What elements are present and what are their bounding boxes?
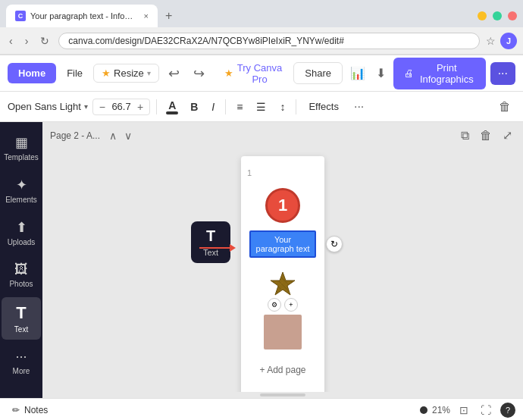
address-input[interactable] (58, 33, 480, 49)
text-element[interactable]: Your paragraph text (249, 230, 316, 258)
horizontal-scrollbar[interactable] (42, 392, 523, 398)
sidebar-item-text[interactable]: T Text (2, 297, 41, 340)
redo-button[interactable]: ↪ (189, 64, 209, 83)
resize-label: Resize (114, 67, 144, 79)
more-options-button[interactable]: ··· (490, 62, 515, 85)
left-sidebar: ▦ Templates ✦ Elements ⬆ Uploads 🖼 Photo… (0, 122, 42, 398)
page-expand-button[interactable]: ⤢ (500, 127, 515, 144)
address-bar: ‹ › ↻ ☆ J (0, 27, 523, 55)
element-settings-button[interactable]: ⚙ (268, 298, 281, 312)
tab-favicon: C (15, 11, 26, 21)
page-up-button[interactable]: ∧ (106, 128, 120, 143)
color-rectangle-element[interactable] (264, 315, 302, 349)
print-label: Print Infographics (418, 62, 475, 85)
zoom-dot (420, 406, 427, 414)
star-icon (268, 270, 298, 300)
font-family-selector[interactable]: Open Sans Light ▾ (8, 101, 88, 112)
page-nav: Page 2 - A... ∧ ∨ ⧉ 🗑 ⤢ (42, 122, 523, 149)
sidebar-label-elements: Elements (5, 196, 37, 204)
decrease-font-size-button[interactable]: − (98, 101, 107, 113)
download-button[interactable]: ⬇ (373, 63, 389, 83)
star-element[interactable]: ⚙ + (268, 270, 298, 302)
page-copy-button[interactable]: ⧉ (458, 127, 472, 144)
elements-icon: ✦ (16, 177, 27, 193)
text-tool-tooltip: T Text (191, 221, 230, 263)
print-icon: 🖨 (404, 67, 414, 79)
sidebar-label-templates: Templates (4, 153, 39, 161)
page-nav-label: Page 2 - A... (50, 130, 100, 141)
list-button[interactable]: ☰ (252, 98, 271, 116)
page-down-button[interactable]: ∨ (121, 128, 135, 143)
format-divider-2 (225, 99, 226, 114)
page-nav-arrows: ∧ ∨ (106, 128, 135, 143)
share-button[interactable]: Share (293, 62, 343, 84)
page-nav-actions: ⧉ 🗑 ⤢ (458, 127, 515, 144)
tab-close-btn[interactable]: × (144, 11, 149, 20)
bookmark-button[interactable]: ☆ (486, 35, 496, 47)
print-button[interactable]: 🖨 Print Infographics (393, 58, 486, 89)
photos-icon: 🖼 (14, 262, 28, 277)
fit-to-screen-button[interactable]: ⊡ (456, 403, 471, 418)
delete-element-button[interactable]: 🗑 (494, 97, 515, 117)
circle-badge-element[interactable]: 1 (264, 186, 302, 224)
user-avatar[interactable]: J (500, 33, 517, 49)
italic-button[interactable]: I (207, 98, 219, 116)
color-indicator (166, 111, 178, 114)
browser-chrome: C Your paragraph text - Infograph... × +… (0, 0, 523, 55)
sidebar-label-text: Text (14, 325, 28, 334)
notes-button[interactable]: ✏ Notes (8, 403, 52, 417)
resize-dropdown-icon: ▾ (147, 69, 151, 77)
rotate-handle[interactable]: ↻ (326, 236, 343, 252)
color-letter: A (168, 99, 176, 111)
sidebar-item-uploads[interactable]: ⬆ Uploads (2, 213, 41, 252)
refresh-button[interactable]: ↻ (37, 33, 52, 49)
sidebar-label-uploads: Uploads (8, 238, 36, 246)
sidebar-item-templates[interactable]: ▦ Templates (2, 128, 41, 168)
help-button[interactable]: ? (500, 403, 515, 418)
canvas-area: Page 2 - A... ∧ ∨ ⧉ 🗑 ⤢ T Text (42, 122, 523, 398)
home-button[interactable]: Home (8, 63, 56, 83)
element-add-button[interactable]: + (284, 298, 298, 312)
spacing-button[interactable]: ↕ (275, 98, 290, 116)
effects-button[interactable]: Effects (302, 98, 345, 115)
sidebar-item-elements[interactable]: ✦ Elements (2, 171, 41, 210)
stats-button[interactable]: 📊 (347, 63, 368, 83)
minimize-button[interactable] (478, 11, 487, 20)
increase-font-size-button[interactable]: + (136, 101, 145, 113)
notes-icon: ✏ (12, 405, 20, 415)
new-tab-button[interactable]: + (161, 9, 177, 23)
canvas-scroll[interactable]: T Text 1 1 Your paragraph text (42, 149, 523, 392)
page-number: 1 (247, 168, 252, 177)
add-page-button[interactable]: + Add page (253, 359, 312, 381)
fullscreen-button[interactable]: ⛶ (478, 403, 494, 418)
page-delete-button[interactable]: 🗑 (477, 127, 495, 144)
more-icon: ··· (15, 349, 27, 365)
undo-button[interactable]: ↩ (164, 64, 184, 83)
back-button[interactable]: ‹ (6, 33, 16, 49)
close-button[interactable] (508, 11, 517, 20)
arrow-line (199, 247, 230, 249)
page-canvas[interactable]: 1 1 Your paragraph text ↻ (241, 156, 324, 392)
align-button[interactable]: ≡ (232, 98, 247, 116)
sidebar-item-more[interactable]: ··· More (2, 343, 41, 381)
more-format-options-button[interactable]: ··· (349, 97, 368, 117)
text-icon: T (16, 303, 26, 323)
uploads-icon: ⬆ (16, 219, 27, 236)
sidebar-label-photos: Photos (9, 280, 33, 288)
text-color-button[interactable]: A (163, 98, 181, 116)
bold-button[interactable]: B (186, 98, 202, 116)
try-canva-button[interactable]: ★ Try Canva Pro (218, 59, 289, 88)
tab-bar: C Your paragraph text - Infograph... × + (0, 0, 523, 27)
address-icons: ☆ J (486, 33, 517, 49)
number-badge: 1 (265, 188, 300, 223)
file-button[interactable]: File (61, 64, 89, 82)
forward-button[interactable]: › (22, 33, 32, 49)
format-divider-3 (296, 99, 296, 114)
scrollbar-thumb[interactable] (260, 393, 305, 396)
resize-button[interactable]: ★ Resize ▾ (93, 64, 159, 83)
active-tab[interactable]: C Your paragraph text - Infograph... × (6, 5, 158, 27)
bottom-bar: ✏ Notes 21% ⊡ ⛶ ? (0, 398, 523, 420)
format-bar: Open Sans Light ▾ − 66.7 + A B I ≡ ☰ ↕ E… (0, 92, 523, 122)
maximize-button[interactable] (493, 11, 502, 20)
sidebar-item-photos[interactable]: 🖼 Photos (2, 255, 41, 294)
